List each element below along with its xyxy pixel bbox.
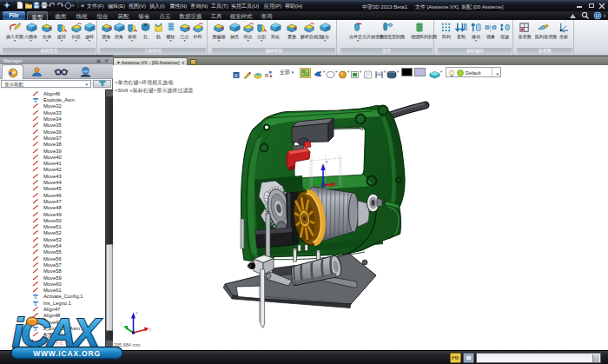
svg-text:R: R — [235, 72, 239, 78]
svg-text:n: n — [265, 71, 268, 79]
svg-text:U: U — [596, 13, 599, 18]
svg-text:WWW.ICAX.ORG: WWW.ICAX.ORG — [33, 349, 101, 358]
